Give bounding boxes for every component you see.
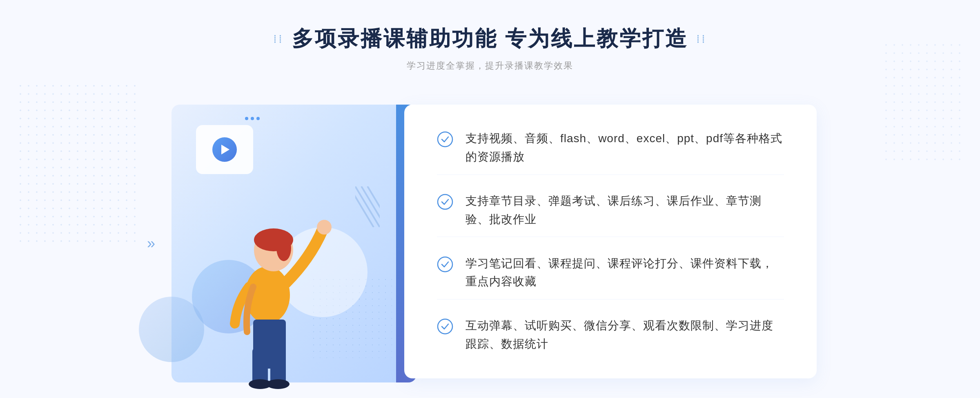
play-icon: [212, 137, 237, 162]
page-subtitle: 学习进度全掌握，提升录播课教学效果: [273, 60, 707, 72]
left-arrows: »: [147, 236, 155, 251]
person-illustration: [196, 177, 343, 391]
feature-item-3: 学习笔记回看、课程提问、课程评论打分、课件资料下载，重点内容收藏: [437, 246, 784, 300]
chevron-left-icon: »: [147, 236, 155, 251]
svg-point-5: [317, 220, 332, 235]
svg-point-14: [438, 132, 452, 147]
svg-point-13: [267, 379, 290, 389]
page-title: 多项录播课辅助功能 专为线上教学打造: [292, 25, 688, 53]
svg-point-15: [438, 195, 452, 209]
page-container: ⁞⁞ 多项录播课辅助功能 专为线上教学打造 ⁞⁞ 学习进度全掌握，提升录播课教学…: [0, 0, 980, 398]
feature-text-1: 支持视频、音频、flash、word、excel、ppt、pdf等各种格式的资源…: [466, 130, 784, 166]
feature-text-4: 互动弹幕、试听购买、微信分享、观看次数限制、学习进度跟踪、数据统计: [466, 317, 784, 353]
header-title-row: ⁞⁞ 多项录播课辅助功能 专为线上教学打造 ⁞⁞: [273, 25, 707, 53]
svg-point-16: [438, 257, 452, 272]
check-icon-3: [437, 256, 453, 273]
sparkle-decoration: [245, 117, 260, 120]
svg-line-0: [355, 186, 380, 227]
sparkle-dot-1: [245, 117, 248, 120]
feature-item-2: 支持章节目录、弹题考试、课后练习、课后作业、章节测验、批改作业: [437, 184, 784, 237]
feature-text-3: 学习笔记回看、课程提问、课程评论打分、课件资料下载，重点内容收藏: [466, 255, 784, 291]
left-illustration: »: [163, 92, 416, 395]
deco-circle-bottom-left: [139, 297, 204, 362]
header-section: ⁞⁞ 多项录播课辅助功能 专为线上教学打造 ⁞⁞ 学习进度全掌握，提升录播课教学…: [273, 25, 707, 72]
play-bubble: [196, 125, 253, 174]
check-icon-1: [437, 131, 453, 148]
stripe-deco: [355, 186, 380, 227]
svg-point-17: [438, 319, 452, 334]
check-icon-4: [437, 318, 453, 335]
play-triangle: [221, 145, 229, 154]
svg-point-8: [276, 235, 291, 261]
right-panel: 支持视频、音频、flash、word、excel、ppt、pdf等各种格式的资源…: [404, 105, 817, 378]
check-icon-2: [437, 194, 453, 210]
header-dots-right: ⁞⁞: [696, 32, 707, 46]
header-dots-left: ⁞⁞: [273, 32, 284, 46]
bg-dots-left: [16, 82, 139, 245]
feature-item-4: 互动弹幕、试听购买、微信分享、观看次数限制、学习进度跟踪、数据统计: [437, 309, 784, 362]
content-area: » 支持视频、音频、flash、word、excel、ppt、pdf等各种格式的…: [163, 92, 817, 395]
feature-item-1: 支持视频、音频、flash、word、excel、ppt、pdf等各种格式的资源…: [437, 121, 784, 175]
sparkle-dot-2: [251, 117, 254, 120]
sparkle-dot-3: [256, 117, 260, 120]
bg-dots-right: [882, 41, 964, 163]
feature-text-2: 支持章节目录、弹题考试、课后练习、课后作业、章节测验、批改作业: [466, 192, 784, 229]
